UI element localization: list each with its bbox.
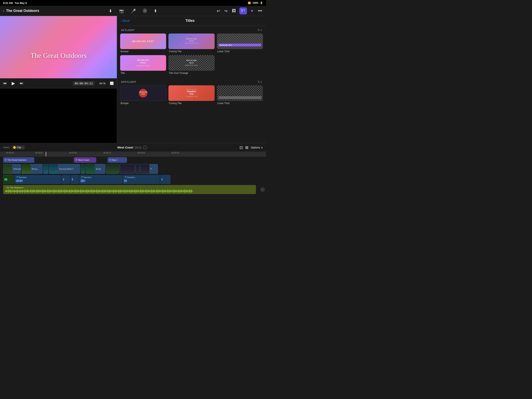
title-clip-day1[interactable]: Ⓐ Day 1 — [108, 157, 127, 163]
camera-button[interactable]: 📷 — [118, 8, 125, 14]
music-waveform: (function() { const heights = [6,10,14,8… — [5, 189, 254, 193]
mossy-thumb — [22, 164, 31, 174]
audio-clip-narration-3[interactable]: 🎤 Narration — [123, 175, 160, 184]
music-wave-bar — [117, 191, 118, 192]
title-clip-west-coast[interactable]: Ⓐ West Coast — [74, 157, 96, 163]
audio-clip-narration-1[interactable]: 🎤 Narration — [14, 175, 61, 184]
audio-clip-small-1[interactable] — [62, 175, 70, 184]
spotlight-closing-card[interactable]: WHAT TO DO HeadlineText ♯ Somewhere Down… — [168, 85, 214, 105]
p-label: P — [149, 168, 153, 170]
narration-3-waveform — [124, 179, 158, 183]
running-water-label: Running Water 2 — [58, 168, 75, 170]
skylight-lower-card[interactable]: HEADLINE TEXT Lower Third — [217, 33, 263, 53]
back-button[interactable]: ‹ — [3, 9, 4, 13]
options-button[interactable]: Options ∨ — [251, 146, 263, 149]
skylight-bumper-card[interactable]: HEADLINE TEXT Bumper — [120, 33, 166, 53]
music-wave-bar — [34, 190, 34, 192]
timeline-actions: ⊡ ⊞ Options ∨ — [240, 145, 263, 150]
skylight-closing-card[interactable]: HEADLINETEXTSUBTITLE TEXT Closing Title — [168, 33, 214, 53]
music-wave-bar — [73, 191, 74, 192]
music-wave-bar — [67, 190, 68, 193]
effects-button[interactable]: ✦ — [250, 8, 254, 14]
music-wave-bar — [22, 190, 23, 193]
skylight-grid: HEADLINE TEXT Bumper HEADLINETEXTSUBTITL… — [117, 33, 266, 77]
music-wave-bar — [182, 190, 182, 193]
music-wave-bar — [139, 191, 139, 192]
panel-back-button[interactable]: ‹ Back — [121, 19, 130, 23]
music-wave-bar — [5, 191, 6, 192]
zoom-level: 44 % — [99, 82, 106, 85]
music-wave-bar — [23, 190, 23, 192]
music-wave-bar — [76, 190, 77, 193]
undo-button[interactable]: ↩ — [216, 8, 221, 14]
timeline-ruler: 00:00:00 00:00:05 00:00:10 00:00:15 00:0… — [0, 152, 266, 156]
play-button[interactable]: ▶ — [10, 80, 17, 87]
timecode-display: 00:00:04:22 — [73, 81, 95, 86]
skylight-titleover-card[interactable]: HEADLINETEXTSUBTITLE TEXT Title Over Foo… — [168, 55, 214, 74]
video-clip-helicopter[interactable]: Helicopter — [3, 164, 21, 174]
timeline-snapping-button[interactable]: ⊞ — [245, 145, 248, 150]
microphone-button[interactable]: 🎤 — [130, 8, 137, 14]
timeline-zoom-fit-button[interactable]: ⊡ — [240, 145, 243, 150]
redo-button[interactable]: ↪ — [223, 8, 228, 14]
video-clip-p[interactable]: P — [140, 164, 158, 174]
panel-back-chevron: ‹ — [121, 19, 122, 23]
download-button[interactable]: ⬇ — [108, 8, 113, 14]
share-button[interactable]: ⬆ — [153, 8, 158, 14]
music-wave-bar — [33, 190, 33, 193]
music-wave-bar — [126, 190, 127, 192]
music-wave-bar — [17, 190, 17, 193]
audio-clip-small-2[interactable] — [70, 175, 79, 184]
main-area: The Great Outdoors ⏮ ▶ ⏭ 00:00:04:22 44 … — [0, 16, 266, 143]
spotlight-closing-label: Closing Title — [168, 102, 214, 105]
music-wave-bar — [91, 189, 92, 193]
audio-clip-small-3[interactable] — [160, 175, 170, 184]
video-clip-running-water[interactable]: Running Water 2 — [49, 164, 80, 174]
clip-info-button[interactable]: i — [143, 146, 147, 149]
music-wave-bar — [179, 190, 180, 192]
music-wave-bar — [44, 190, 44, 193]
music-wave-bar — [146, 189, 146, 193]
clip-selector[interactable]: 🟡 Clip ∨ — [12, 145, 25, 149]
titles-button[interactable]: T⁺ — [239, 7, 247, 14]
audio-clip-narration-2[interactable]: 🎤 Narration — [79, 175, 122, 184]
spotlight-bumper-card[interactable]: HEADLINETEXT Bumper — [120, 85, 166, 105]
volume-knob[interactable]: − — [260, 187, 265, 192]
spotlight-bumper-label: Bumper — [120, 102, 166, 105]
audio-clip-short[interactable] — [3, 175, 14, 184]
music-clip[interactable]: ♪ On The Weekend (function() { const hei… — [3, 185, 256, 194]
music-wave-bar — [76, 190, 76, 192]
music-wave-bar — [61, 190, 62, 192]
magic-button[interactable]: Ⓐ — [142, 7, 148, 14]
music-wave-bar — [27, 190, 28, 192]
skip-back-button[interactable]: ⏮ — [3, 81, 7, 85]
music-wave-bar — [101, 191, 101, 192]
title-clip-great-outdoors[interactable]: Ⓐ The Great Outdoors — [3, 157, 34, 163]
music-wave-bar — [190, 190, 191, 192]
video-clip-sep[interactable] — [81, 164, 85, 174]
music-wave-bar — [44, 190, 45, 192]
music-wave-bar — [128, 191, 128, 192]
music-wave-bar — [132, 190, 133, 192]
music-wave-bar — [97, 189, 97, 193]
music-wave-bar — [118, 190, 118, 192]
skip-forward-button[interactable]: ⏭ — [20, 81, 23, 85]
video-clip-forest[interactable] — [106, 164, 119, 174]
music-wave-bar — [15, 190, 16, 192]
video-clip-dark2[interactable] — [136, 164, 140, 174]
video-clip-dark1[interactable] — [120, 164, 135, 174]
music-wave-bar — [96, 190, 97, 192]
volume-knob-area: − — [259, 187, 266, 192]
music-wave-bar — [161, 190, 162, 192]
spotlight-lower-card[interactable]: Lower Third — [217, 85, 263, 105]
skylight-title-card[interactable]: HEADLINETEXTSUBTITLE TEXT Title — [120, 55, 166, 74]
spotlight-grid: HEADLINETEXT Bumper WHAT TO DO HeadlineT… — [117, 85, 266, 108]
video-clip-brook[interactable]: Brook — [86, 164, 105, 174]
photos-button[interactable]: 🖼 — [231, 8, 237, 14]
video-clip-3[interactable] — [43, 164, 48, 174]
video-clip-mossy[interactable]: Mossy... — [22, 164, 43, 174]
panel-title: Titles — [130, 19, 250, 23]
narration-1-waveform — [16, 179, 60, 183]
music-wave-bar — [111, 190, 111, 193]
more-button[interactable]: ••• — [257, 8, 263, 14]
